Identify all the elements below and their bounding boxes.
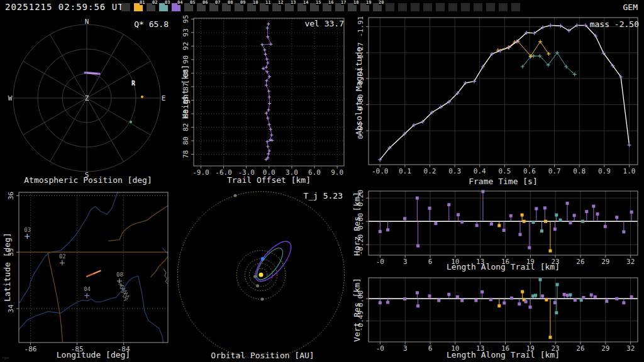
station-indicator-label: 04 <box>177 0 182 5</box>
y-tick-label: -1.91 <box>357 16 365 37</box>
residual-marker <box>379 230 382 233</box>
ground-track-bright-end <box>94 271 101 273</box>
station-indicator-slot-31[interactable] <box>511 3 520 11</box>
station-indicator-label: 07 <box>215 0 220 5</box>
residual-marker <box>428 294 431 297</box>
map-station-label: 04 <box>84 286 91 292</box>
latitude-axis-label: Latitude [deg] <box>3 233 12 302</box>
residual-marker <box>556 283 559 286</box>
x-tick-label: 0.4 <box>474 167 486 175</box>
residual-marker <box>521 290 524 293</box>
station-indicator-slot-0[interactable] <box>121 3 130 11</box>
residual-marker <box>475 224 479 227</box>
residual-marker <box>521 214 524 217</box>
cardinal-label: E <box>162 94 166 102</box>
residual-marker <box>497 224 501 227</box>
earth-dot <box>261 257 265 261</box>
residual-marker <box>416 197 419 200</box>
residual-marker <box>573 214 576 217</box>
orbital-position-title: Orbital Position [AU] <box>176 351 349 360</box>
x-tick-label: 0.9 <box>598 167 611 175</box>
residual-marker <box>615 297 618 300</box>
residual-marker <box>605 300 608 303</box>
vertical-residuals-plot: -03610131619232629320.00-0.49 <box>349 274 644 362</box>
trail-offset-marker <box>266 145 269 148</box>
station-indicator-label: 16 <box>328 0 333 5</box>
light-curve-marker-combined <box>628 143 631 147</box>
map-station-cross <box>25 234 30 239</box>
sky-polar-plot: RNESWZ <box>0 15 176 186</box>
trail-offset-marker <box>267 90 270 93</box>
x-tick-label: 1.0 <box>623 167 636 175</box>
x-tick-label: 0.6 <box>523 167 536 175</box>
station-indicator-slot-24[interactable] <box>423 3 432 11</box>
residual-marker <box>544 220 547 223</box>
residual-marker <box>590 293 593 297</box>
plot-frame <box>19 192 168 343</box>
station-indicator-label: 13 <box>291 0 296 5</box>
grid <box>369 278 638 342</box>
trail-offset-marker <box>264 53 267 56</box>
planet-dot <box>234 194 237 197</box>
light-curve-marker-station-01 <box>538 40 542 43</box>
residual-marker <box>548 336 552 339</box>
planet-dot <box>253 275 257 278</box>
residual-marker <box>569 221 572 224</box>
residual-marker <box>460 299 464 302</box>
residual-marker <box>457 213 460 216</box>
station-indicator-slot-23[interactable] <box>411 3 419 11</box>
residual-marker <box>403 297 406 300</box>
residual-marker <box>566 202 569 205</box>
station-indicator-label: 14 <box>303 0 308 5</box>
planet-dot <box>256 284 259 287</box>
station-indicator-row: 0102030405060708091011121314151617181920 <box>0 0 644 15</box>
light-curve-marker-combined <box>559 24 563 28</box>
residual-marker <box>566 293 569 297</box>
residual-marker <box>555 214 558 217</box>
residual-marker <box>523 220 526 223</box>
residual-marker <box>528 246 531 250</box>
residual-marker <box>540 229 543 233</box>
trail-offset-marker <box>268 102 271 105</box>
residual-marker <box>428 207 431 210</box>
station-indicator-label: 05 <box>190 0 195 5</box>
ground-map-panel: 03020408-86-85-84363534 Latitude [deg] L… <box>0 186 176 362</box>
meteoroid-orbit-ellipse <box>250 236 297 287</box>
atmospheric-position-panel: RNESWZ Q* 65.8 Atmospheric Position [deg… <box>0 15 176 186</box>
shower-code: GEM <box>623 3 638 12</box>
residual-marker <box>581 220 584 223</box>
trail-offset-marker <box>267 152 270 155</box>
station-indicator-label: 15 <box>316 0 321 5</box>
residual-marker <box>622 301 625 304</box>
station-indicator-slot-30[interactable] <box>499 3 508 11</box>
x-tick-label: 0.7 <box>548 167 561 175</box>
residual-marker <box>456 295 459 299</box>
residual-marker <box>585 210 588 213</box>
map-station-label: 08 <box>116 272 123 278</box>
station-indicator-slot-27[interactable] <box>461 3 470 11</box>
residual-marker <box>386 228 389 231</box>
grid <box>369 191 638 255</box>
station-indicator-slot-21[interactable] <box>386 3 394 11</box>
trail-offset-marker <box>265 84 268 87</box>
residual-marker <box>525 300 528 304</box>
station-pointing-dot <box>141 96 143 98</box>
planet-dot <box>261 298 264 301</box>
residual-marker <box>480 290 484 293</box>
trail-offset-marker <box>265 66 268 69</box>
residual-marker <box>434 222 437 225</box>
station-indicator-slot-29[interactable] <box>486 3 495 11</box>
river-line <box>162 248 168 254</box>
map-station-cross <box>60 260 65 265</box>
trail-offset-marker <box>268 96 271 99</box>
y-tick-label: 93 <box>182 28 190 36</box>
station-indicator-slot-25[interactable] <box>436 3 445 11</box>
station-indicator-slot-26[interactable] <box>448 3 457 11</box>
station-indicator-slot-22[interactable] <box>398 3 407 11</box>
trail-offset-marker <box>268 123 271 126</box>
plot-frame <box>369 191 638 255</box>
trail-offset-marker <box>270 133 273 136</box>
status-bar: 20251215 02:59:56 UTC 010203040506070809… <box>0 0 644 15</box>
residual-marker <box>538 278 541 281</box>
station-indicator-slot-28[interactable] <box>474 3 482 11</box>
